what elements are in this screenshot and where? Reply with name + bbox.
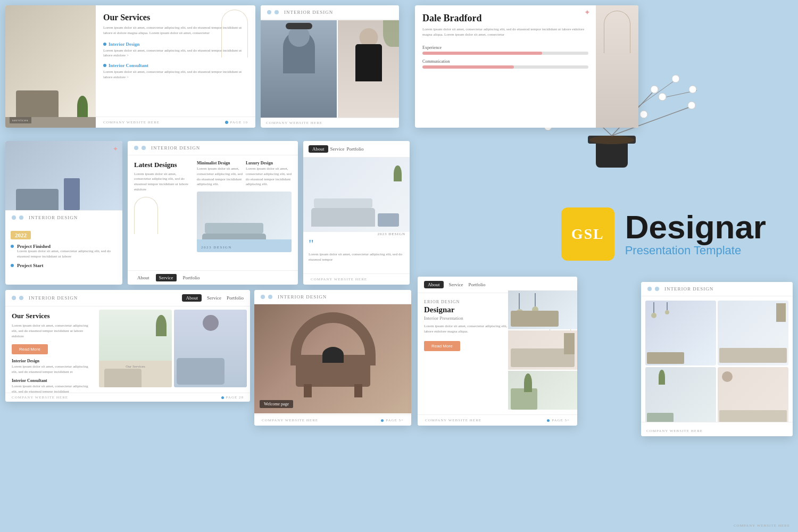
service2-dot [103, 64, 106, 67]
slide-designar-right: About Service Portfolio ✦ ERIOR DESIGN D… [418, 277, 577, 426]
experience-bar: Experience [422, 45, 588, 55]
service2-title: Interior Consultant [103, 63, 248, 68]
project-finished-text: Lorem ipsum dolor sit amet, consectetur … [17, 249, 117, 260]
latest-body: Lorem ipsum dolor sit amet, consectetur … [134, 172, 193, 193]
interior-label: INTERIOR DESIGN [284, 10, 333, 15]
project-finished-title: Project Finished [17, 244, 117, 249]
sb-title: Our Services [12, 312, 89, 320]
slide-about-nav: About Service Portfolio " Lorem ipsum do… [303, 141, 410, 285]
sb-dot1 [12, 296, 16, 300]
svg-line-8 [638, 80, 676, 106]
w-interior-label: INTERIOR DESIGN [278, 294, 327, 300]
sub1-text: Lorem ipsum dolor sit amet, consectetur … [12, 364, 89, 375]
svg-point-17 [688, 102, 695, 109]
ld-interior-label: INTERIOR DESIGN [151, 145, 200, 151]
read-more-btn[interactable]: Read More [12, 344, 48, 354]
dale-title: Dale Bradford [422, 13, 588, 24]
dr-about-active[interactable]: About [424, 281, 444, 288]
services-label-overlay: services [10, 117, 31, 123]
r-dot1 [647, 287, 652, 291]
sub2-title: Interior Consultant [12, 378, 89, 383]
nav-service-active[interactable]: Service [156, 274, 177, 281]
slide-timeline: ✦ INTERIOR DESIGN 2022 Project Finished … [5, 141, 122, 285]
dr-portfolio[interactable]: Portfolio [469, 282, 486, 287]
footer-right: PAGE 10 [230, 120, 248, 124]
nav-portfolio[interactable]: Portfolio [180, 274, 203, 281]
slide-dale: ✦ Dale Bradford Lorem ipsum dolor sit am… [415, 5, 638, 128]
dr-read-more[interactable]: Read More [424, 341, 460, 351]
design1-text: Lorem ipsum dolor sit amet, consectetur … [197, 167, 243, 187]
person-footer: COMPANY WEBSITE HERE [261, 118, 399, 128]
design1-title: Minimalist Design [197, 161, 243, 165]
slide-services-top: services Our Services Lorem ipsum dolor … [5, 5, 255, 128]
dr-footer: COMPANY WEBSITE HERE PAGE 5+ [418, 414, 577, 426]
slide-services-bottom: INTERIOR DESIGN About Service Portfolio … [5, 290, 250, 402]
latest-title: Latest Designs [134, 161, 193, 169]
svg-point-2 [589, 136, 634, 144]
sb-body: Lorem ipsum dolor sit amet, consectetur … [12, 323, 89, 339]
gsl-logo: GSL [561, 207, 614, 261]
slide-rooms: INTERIOR DESIGN ✦ [641, 282, 793, 436]
w-dot1 [261, 295, 265, 299]
service1-dot [103, 43, 106, 46]
quote-mark: " [309, 237, 404, 250]
year-design-label: 2023 DESIGN [201, 245, 232, 250]
branding-area: GSL Designar Presentation Template [561, 207, 766, 261]
main-container: services Our Services Lorem ipsum dolor … [0, 0, 798, 532]
r-dot2 [655, 287, 659, 291]
w-dot2 [268, 295, 272, 299]
sb-about-active[interactable]: About [182, 294, 202, 302]
services-top-footer: COMPANY WEBSITE HERE PAGE 10 [96, 117, 255, 128]
dale-body: Lorem ipsum dolor sit amet, consectetur … [422, 27, 588, 38]
sb-interior-label: INTERIOR DESIGN [29, 295, 78, 301]
communication-label: Communication [422, 59, 588, 64]
sb-footer-right: PAGE 28 [226, 395, 244, 400]
w-footer-left: COMPANY WEBSITE HERE [262, 418, 318, 422]
t-dot1 [12, 215, 16, 220]
sb-footer-left: COMPANY WEBSITE HERE [12, 395, 68, 400]
portfolio-nav[interactable]: Portfolio [347, 146, 364, 152]
svg-point-15 [672, 75, 679, 82]
service2-text: Lorem ipsum dolor sit amet, consectetur … [103, 70, 248, 80]
ld-dot2 [142, 146, 146, 150]
welcome-label: Welcome page [260, 400, 293, 408]
nav-about[interactable]: About [134, 274, 153, 281]
sb-nav: INTERIOR DESIGN About Service Portfolio [5, 290, 250, 306]
dr-service[interactable]: Service [449, 282, 463, 287]
year-badge: 2022 [11, 231, 31, 239]
svg-point-19 [640, 111, 647, 118]
dr-footer-left: COMPANY WEBSITE HERE [425, 418, 481, 422]
slide-person: INTERIOR DESIGN [261, 5, 399, 128]
sb-dot2 [19, 296, 23, 300]
slide-latest: INTERIOR DESIGN Latest Designs Lorem ips… [128, 141, 298, 285]
design2-text: Lorem ipsum dolor sit amet, consectetur … [246, 167, 292, 187]
svg-point-18 [659, 93, 666, 101]
sb-service[interactable]: Service [207, 295, 221, 301]
about-active[interactable]: About [309, 145, 328, 153]
welcome-nav: INTERIOR DESIGN [254, 290, 411, 304]
r-interior-label: INTERIOR DESIGN [664, 286, 713, 292]
nav-dot-1 [267, 10, 271, 14]
brand-subtitle: Presentation Template [625, 244, 766, 257]
starburst-dale: ✦ [584, 8, 591, 17]
brand-title: Designar [625, 211, 766, 244]
dr-footer-right: PAGE 5+ [552, 418, 570, 422]
w-footer-right: PAGE 5+ [386, 418, 404, 422]
person-nav: INTERIOR DESIGN [261, 5, 399, 20]
rooms-nav: INTERIOR DESIGN [641, 282, 793, 296]
slide-welcome: INTERIOR DESIGN Welcome page [254, 290, 411, 426]
service-nav[interactable]: Service [330, 146, 345, 152]
design2-title: Luxury Design [246, 161, 292, 165]
quote-text: Lorem ipsum dolor sit amet, consectetur … [309, 252, 404, 263]
project-start-title: Project Start [17, 263, 44, 268]
latest-nav: INTERIOR DESIGN [128, 141, 298, 155]
sub1-title: Interior Design [12, 359, 89, 363]
timeline-nav: INTERIOR DESIGN [5, 210, 122, 225]
footer-left: COMPANY WEBSITE HERE [103, 120, 160, 124]
about-nav-footer: COMPANY WEBSITE HERE [303, 273, 410, 285]
brand-text: Designar Presentation Template [625, 211, 766, 257]
sb-portfolio[interactable]: Portfolio [227, 295, 244, 301]
svg-point-14 [651, 86, 658, 93]
experience-label: Experience [422, 45, 588, 50]
welcome-footer: COMPANY WEBSITE HERE PAGE 5+ [254, 414, 411, 426]
